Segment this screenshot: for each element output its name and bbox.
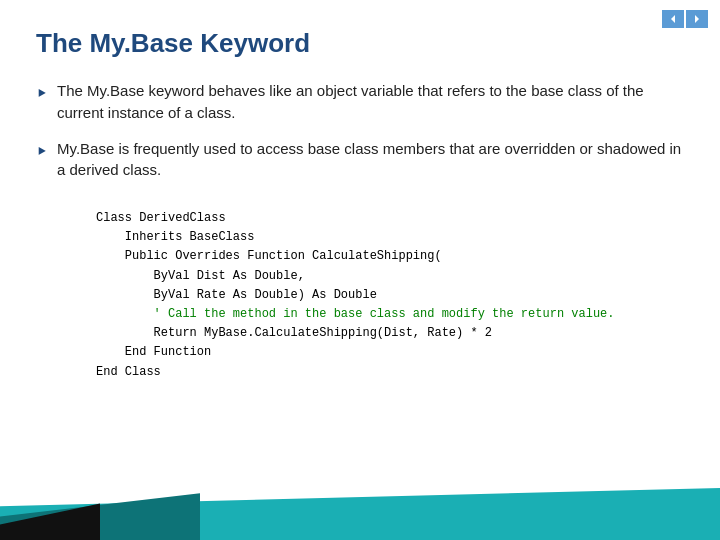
list-item: ‣ My.Base is frequently used to access b… bbox=[36, 138, 684, 182]
code-line: Public Overrides Function CalculateShipp… bbox=[96, 247, 684, 266]
code-line: Class DerivedClass bbox=[96, 209, 684, 228]
svg-marker-1 bbox=[695, 15, 699, 23]
code-line: ByVal Rate As Double) As Double bbox=[96, 286, 684, 305]
code-line: ' Call the method in the base class and … bbox=[96, 305, 684, 324]
bullet-text-2: My.Base is frequently used to access bas… bbox=[57, 138, 684, 182]
code-line: Inherits BaseClass bbox=[96, 228, 684, 247]
bullet-arrow-icon: ‣ bbox=[36, 139, 47, 165]
code-line: End Class bbox=[96, 363, 684, 382]
bullet-list: ‣ The My.Base keyword behaves like an ob… bbox=[36, 80, 684, 181]
code-line: ByVal Dist As Double, bbox=[96, 267, 684, 286]
code-line: Return MyBase.CalculateShipping(Dist, Ra… bbox=[96, 324, 684, 343]
prev-button[interactable] bbox=[662, 10, 684, 28]
slide: The My.Base Keyword ‣ The My.Base keywor… bbox=[0, 0, 720, 540]
nav-arrows bbox=[662, 10, 708, 28]
slide-title: The My.Base Keyword bbox=[36, 28, 310, 59]
bullet-arrow-icon: ‣ bbox=[36, 81, 47, 107]
bottom-bar bbox=[0, 488, 720, 540]
content-area: ‣ The My.Base keyword behaves like an ob… bbox=[36, 80, 684, 390]
list-item: ‣ The My.Base keyword behaves like an ob… bbox=[36, 80, 684, 124]
code-line: End Function bbox=[96, 343, 684, 362]
bullet-text-1: The My.Base keyword behaves like an obje… bbox=[57, 80, 684, 124]
svg-marker-0 bbox=[671, 15, 675, 23]
next-button[interactable] bbox=[686, 10, 708, 28]
code-block: Class DerivedClass Inherits BaseClass Pu… bbox=[36, 201, 684, 390]
